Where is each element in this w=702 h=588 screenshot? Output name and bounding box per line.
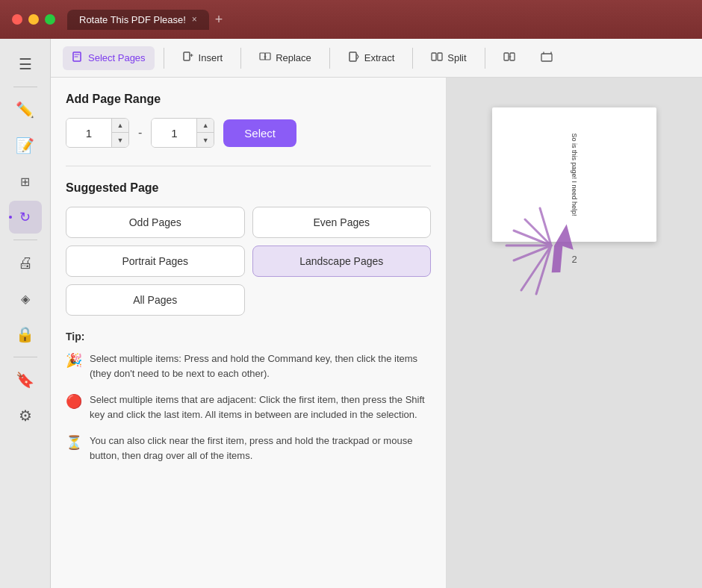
range-from-input[interactable]	[66, 119, 111, 147]
odd-pages-button[interactable]: Odd Pages	[66, 207, 245, 238]
range-to-down[interactable]: ▼	[197, 133, 214, 147]
toolbar-select-pages-label: Select Pages	[88, 52, 146, 63]
annotate-icon: ✏️	[16, 101, 34, 119]
tab-area: Rotate This PDF Please! × +	[67, 10, 223, 30]
tip-emoji-3: ⏳	[66, 434, 82, 451]
svg-line-11	[536, 245, 551, 294]
toolbar-extra2[interactable]	[532, 46, 563, 70]
app-body: ☰ ✏️ 📝 ⊞ ↻ 🖨 ◈ 🔒	[0, 39, 702, 588]
security-icon: 🔒	[16, 325, 34, 343]
split-icon	[431, 51, 443, 66]
sidebar-item-annotate[interactable]: ✏️	[9, 93, 42, 126]
toolbar-divider-1	[164, 48, 164, 69]
minimize-button[interactable]	[28, 14, 39, 25]
tip-emoji-2: 🔴	[66, 393, 82, 410]
page-number: 2	[571, 254, 577, 265]
sidebar-item-layers[interactable]: ◈	[9, 282, 42, 315]
sidebar-item-print[interactable]: 🖨	[9, 246, 42, 279]
toolbar-divider-4	[412, 48, 413, 69]
sidebar-item-markup[interactable]: 📝	[9, 129, 42, 162]
sidebar-item-settings[interactable]: ⚙	[9, 399, 42, 432]
sidebar-item-security[interactable]: 🔒	[9, 318, 42, 351]
select-button[interactable]: Select	[223, 119, 296, 147]
toolbar: Select Pages Insert	[51, 39, 702, 78]
tab-close-button[interactable]: ×	[192, 14, 197, 25]
toolbar-extract[interactable]: Extract	[339, 46, 403, 70]
title-bar: Rotate This PDF Please! × +	[0, 0, 702, 39]
range-to-stepper: ▲ ▼	[196, 119, 214, 147]
toolbar-insert[interactable]: Insert	[173, 46, 232, 70]
toolbar-extra1[interactable]	[494, 46, 526, 70]
layers-icon: ◈	[21, 292, 30, 306]
sidebar-item-thumbnails[interactable]: ☰	[9, 48, 42, 81]
toolbar-divider-2	[240, 48, 241, 69]
svg-rect-6	[438, 53, 442, 60]
range-from-group: ▲ ▼	[66, 118, 129, 148]
range-to-up[interactable]: ▲	[197, 119, 214, 133]
landscape-pages-button[interactable]: Landscape Pages	[252, 245, 432, 277]
page-preview: So is this page! I need help!	[492, 107, 656, 242]
even-pages-button[interactable]: Even Pages	[252, 207, 432, 238]
page-range-row: ▲ ▼ - ▲ ▼ Select	[66, 118, 431, 148]
tab-title: Rotate This PDF Please!	[79, 14, 186, 25]
extra2-icon	[541, 51, 554, 66]
new-tab-button[interactable]: +	[215, 12, 223, 28]
toolbar-divider-3	[329, 48, 330, 69]
settings-icon: ⚙	[19, 407, 32, 425]
range-to-group: ▲ ▼	[151, 118, 214, 148]
add-page-range-title: Add Page Range	[66, 93, 431, 106]
suggested-page-title: Suggested Page	[66, 181, 431, 195]
maximize-button[interactable]	[45, 14, 55, 25]
tip-text-1: Select multiple items: Press and hold th…	[90, 351, 431, 381]
tip-text-2: Select multiple items that are adjacent:…	[90, 392, 431, 422]
main-content: Add Page Range ▲ ▼ -	[51, 78, 702, 588]
svg-rect-4	[350, 52, 356, 61]
all-pages-button[interactable]: All Pages	[66, 284, 245, 316]
svg-rect-7	[504, 53, 509, 60]
sidebar-item-rotate[interactable]: ↻	[9, 201, 42, 234]
close-button[interactable]	[12, 14, 22, 25]
sidebar-item-layout[interactable]: ⊞	[9, 165, 42, 198]
tip-item-1: 🎉 Select multiple items: Press and hold …	[66, 351, 431, 381]
portrait-pages-button[interactable]: Portrait Pages	[66, 245, 245, 277]
toolbar-select-pages[interactable]: Select Pages	[63, 46, 155, 70]
svg-rect-1	[184, 52, 190, 60]
tip-item-2: 🔴 Select multiple items that are adjacen…	[66, 392, 431, 422]
tip-emoji-1: 🎉	[66, 352, 82, 369]
sidebar: ☰ ✏️ 📝 ⊞ ↻ 🖨 ◈ 🔒	[0, 39, 51, 588]
traffic-lights	[12, 14, 55, 25]
sidebar-item-bookmark[interactable]: 🔖	[9, 363, 42, 396]
svg-line-12	[514, 245, 551, 260]
suggested-grid: Odd Pages Even Pages Portrait Pages Land…	[66, 207, 431, 277]
print-icon: 🖨	[18, 254, 33, 272]
sidebar-divider-2	[13, 240, 37, 240]
range-from-down[interactable]: ▼	[112, 133, 128, 147]
range-from-up[interactable]: ▲	[112, 119, 128, 133]
range-from-stepper: ▲ ▼	[111, 119, 128, 147]
right-side: Select Pages Insert	[51, 39, 702, 588]
extra1-icon	[503, 51, 517, 66]
preview-area: So is this page! I need help! 2	[447, 78, 702, 588]
sidebar-and-content: ☰ ✏️ 📝 ⊞ ↻ 🖨 ◈ 🔒	[0, 39, 702, 588]
toolbar-replace-label: Replace	[276, 52, 311, 63]
svg-rect-5	[432, 53, 436, 60]
tip-item-3: ⏳ You can also click near the first item…	[66, 434, 431, 463]
toolbar-extract-label: Extract	[364, 52, 394, 63]
toolbar-divider-5	[485, 48, 485, 69]
sidebar-divider-1	[13, 87, 37, 87]
svg-rect-9	[541, 54, 552, 61]
bookmark-icon: 🔖	[16, 371, 34, 389]
select-pages-icon	[72, 51, 84, 66]
extract-icon	[348, 51, 360, 66]
toolbar-insert-label: Insert	[199, 52, 223, 63]
insert-icon	[182, 51, 194, 66]
range-to-input[interactable]	[152, 119, 196, 147]
svg-line-10	[521, 245, 551, 290]
range-dash: -	[138, 126, 142, 140]
toolbar-split[interactable]: Split	[422, 46, 475, 70]
toolbar-replace[interactable]: Replace	[250, 46, 320, 70]
active-tab[interactable]: Rotate This PDF Please! ×	[67, 10, 209, 30]
replace-icon	[259, 51, 271, 66]
markup-icon: 📝	[16, 137, 34, 154]
layout-icon: ⊞	[20, 175, 30, 189]
